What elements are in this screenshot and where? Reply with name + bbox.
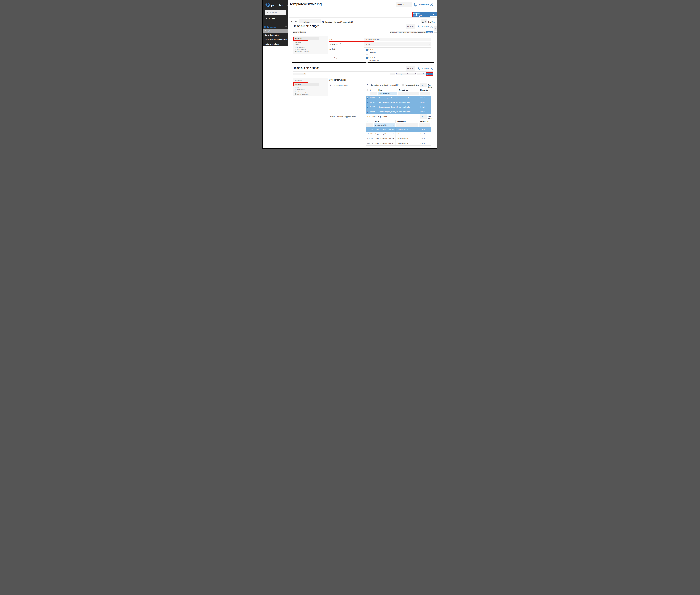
bell-icon[interactable]	[418, 25, 421, 28]
language-select[interactable]: Deutsch	[396, 2, 412, 7]
nav-item-editor[interactable]: Editor	[295, 44, 299, 46]
user-caret-icon[interactable]	[428, 4, 429, 5]
open-in-editor-button[interactable]: Im Editor öffnen	[416, 31, 426, 33]
row-checkbox[interactable]	[367, 111, 368, 113]
sidebar-item-seitentemplatekategorien[interactable]: Seitentemplatekategorien	[265, 38, 287, 40]
nav-item-blockeffektzuweisung[interactable]: Blockeffektzuweisung	[295, 51, 309, 53]
page-size-select[interactable]: 25	[421, 83, 427, 87]
nav-item-editor[interactable]: Editor	[295, 86, 299, 88]
download-button[interactable]: Download	[409, 73, 416, 75]
page-size-select[interactable]: 25	[421, 114, 427, 119]
checkbox-personalisieren[interactable]	[366, 62, 368, 63]
table-row[interactable]: kvO4I2vR Gruppentemplate_Karte_V3 indivi…	[366, 136, 431, 141]
col-name[interactable]: Name	[374, 120, 396, 123]
gear-icon[interactable]: ⚙	[367, 115, 368, 117]
clear-filter-icon[interactable]: ✕	[396, 93, 397, 94]
save-button[interactable]: Speichern	[426, 31, 433, 33]
nav-item-template[interactable]: Template	[295, 41, 301, 43]
col-client[interactable]: Mandant(en)	[419, 88, 431, 91]
col-id[interactable]: #	[366, 120, 374, 123]
sidebar-item-templates[interactable]: Templates	[263, 29, 288, 33]
table-row[interactable]: Ketw6QTG Gruppentemplate_Karte_V2 indivi…	[366, 100, 431, 105]
bell-icon[interactable]	[414, 3, 417, 6]
clear-filter-icon[interactable]: ✕	[393, 124, 394, 126]
mandanten-label: Mandanten *	[329, 48, 338, 50]
name-filter-input[interactable]: gruppentemplate ✕	[378, 92, 398, 95]
delete-button[interactable]: Löschen	[389, 31, 396, 33]
nav-item-allgemein[interactable]: Allgemein	[295, 38, 301, 39]
table-row[interactable]: Ketw6QTG Gruppentemplate_Karte_V2 indivi…	[366, 132, 431, 136]
id-filter[interactable]	[366, 123, 373, 126]
col-type[interactable]: Templatetyp	[396, 120, 419, 123]
use-as-template-button[interactable]: Als Vorlage verwenden	[396, 31, 409, 33]
user-avatar-icon[interactable]	[430, 25, 433, 28]
language-select[interactable]: Deutsch	[406, 25, 415, 29]
col-name[interactable]: Name	[377, 88, 398, 91]
help-icon[interactable]: ?	[340, 44, 341, 45]
language-select[interactable]: Deutsch	[406, 66, 415, 70]
search-input[interactable]	[269, 11, 284, 14]
row-checkbox[interactable]	[367, 97, 368, 98]
name-filter-input[interactable]: gruppentemplate ✕	[374, 123, 395, 126]
template-typ-select[interactable]: Gruppe	[364, 42, 431, 47]
nav-item-template[interactable]: Template	[295, 83, 301, 85]
save-button[interactable]: Speichern	[426, 73, 433, 75]
nav-item-allgemein[interactable]: Allgemein	[295, 80, 301, 81]
delete-button[interactable]: Löschen	[389, 73, 396, 75]
name-label: Name *	[329, 38, 334, 40]
nav-item-farbzuweisung[interactable]: Farbzuweisung	[295, 89, 305, 90]
collapse-icon[interactable]: ‹	[434, 26, 437, 31]
client-filter-select[interactable]: -	[420, 92, 431, 95]
back-arrow-icon[interactable]: ←	[265, 17, 268, 20]
select-all-checkbox[interactable]	[367, 89, 368, 91]
table-row[interactable]: kvO4I2vR Gruppentemplate_Karte_V3 indivi…	[366, 105, 431, 109]
table-row[interactable]: en9BHcAe Gruppentemplate_Karte_V4 indivi…	[366, 109, 431, 114]
download-button[interactable]: Download	[409, 31, 416, 33]
add-template-highlight: Template hinzufügen	[412, 12, 431, 17]
add-template-dropdown-button[interactable]	[431, 12, 436, 17]
col-type[interactable]: Templatetyp	[398, 88, 419, 91]
nav-item-schriftzuweisung[interactable]: Schriftzuweisung	[295, 91, 306, 93]
user-avatar-icon[interactable]	[430, 66, 433, 70]
user-menu[interactable]: Franziska	[419, 4, 428, 6]
user-menu[interactable]: Franziska	[422, 26, 429, 27]
use-as-template-button[interactable]: Als Vorlage verwenden	[396, 73, 409, 75]
name-input[interactable]: Gruppentemplate Karte	[364, 37, 431, 41]
checkbox-default[interactable]	[366, 49, 368, 51]
sidebar-group-templates[interactable]: Templates	[263, 25, 288, 29]
checkbox-individualisieren[interactable]	[366, 57, 368, 59]
add-template-button[interactable]: Template hinzufügen	[413, 12, 430, 17]
col-id[interactable]: #	[369, 88, 377, 91]
back-to-overview-button[interactable]: Zurück zur Übersicht	[293, 31, 306, 33]
col-client[interactable]: Mandant(en)	[419, 120, 431, 123]
type-filter-select[interactable]: -	[396, 123, 418, 126]
only-selected-checkbox[interactable]	[402, 84, 404, 86]
user-avatar-icon[interactable]	[430, 2, 433, 7]
row-name: Gruppentemplate_Karte_V1	[377, 97, 398, 98]
row-checkbox[interactable]	[367, 106, 368, 108]
open-in-editor-button[interactable]: Im Editor öffnen	[416, 73, 426, 75]
sidebar-item-nutzentemplates[interactable]: Nutzentemplates	[265, 43, 279, 45]
checkbox-individualisieren-label: Individualisieren	[369, 57, 379, 59]
table-row[interactable]: en9BHcAe Gruppentemplate_Karte_V4 indivi…	[366, 141, 431, 145]
type-filter-select[interactable]: -	[398, 92, 419, 95]
user-caret-icon[interactable]	[429, 26, 430, 26]
gear-icon[interactable]: ⚙	[367, 84, 368, 86]
user-menu[interactable]: Franziska	[422, 67, 429, 69]
table-row[interactable]: HY3eV1aU Gruppentemplate_Karte_V1 indivi…	[366, 127, 431, 132]
nav-item-schriftzuweisung[interactable]: Schriftzuweisung	[295, 49, 306, 50]
row-id: Ketw6QTG	[369, 102, 377, 103]
row-checkbox[interactable]	[367, 102, 368, 103]
client-filter-select[interactable]: -	[419, 123, 431, 126]
bell-icon[interactable]	[418, 66, 421, 70]
user-caret-icon[interactable]	[429, 68, 430, 68]
nav-item-blockeffektzuweisung[interactable]: Blockeffektzuweisung	[295, 93, 309, 95]
checkbox-mandant1[interactable]	[366, 54, 368, 55]
sidebar-item-publish[interactable]: Publish	[269, 17, 275, 20]
back-to-overview-button[interactable]: Zurück zur Übersicht	[293, 73, 306, 75]
sidebar-item-seitentemplates[interactable]: Seitentemplates	[265, 34, 279, 36]
sidebar-search[interactable]	[265, 10, 286, 15]
id-filter[interactable]	[370, 92, 377, 95]
nav-item-farbzuweisung[interactable]: Farbzuweisung	[295, 46, 305, 48]
table-row[interactable]: HY3eV1aU Gruppentemplate_Karte_V1 indivi…	[366, 95, 431, 100]
